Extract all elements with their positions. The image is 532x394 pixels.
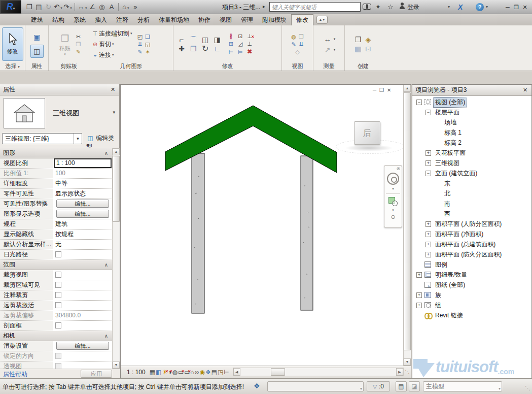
ribbon-tab-0[interactable]: 建筑 [26, 14, 48, 25]
checkbox[interactable] [55, 302, 61, 308]
ribbon-tab-2[interactable]: 系统 [69, 14, 90, 25]
scale-icon[interactable]: ◿ [236, 40, 244, 48]
drawing-area[interactable]: ─❐✕ 后 ⊗ ▾ ▾ ⊖ ▲ ▼ 1 : 100 ▦◧☀◑◍▭▭⌂∞◉❖▤◳⊢… [120, 84, 411, 378]
search-input[interactable] [269, 2, 361, 12]
displace-elements-icon[interactable]: ◳ [218, 369, 223, 376]
checkbox[interactable] [55, 292, 61, 298]
horizontal-scrollbar[interactable]: ◀ ▶ [233, 368, 404, 376]
open-icon[interactable]: ❐ [25, 3, 33, 12]
navbar-collapse-icon[interactable]: ⊖ [391, 214, 395, 220]
create-similar-icon[interactable]: ◈ [363, 35, 373, 44]
tree-item-label[interactable]: 明细表/数量 [434, 270, 469, 280]
minimize-button[interactable]: ─ [503, 3, 512, 12]
edit-button[interactable]: 编辑... [56, 210, 109, 218]
undo-icon[interactable]: ↶ ▾ [54, 3, 62, 12]
scroll-up-icon[interactable]: ▲ [404, 85, 411, 92]
section-header[interactable]: 图形∧ [0, 148, 112, 158]
type-selector-combo[interactable]: 三维视图: {三维} ▾ [2, 133, 82, 144]
collapse-chevron-icon[interactable]: ∧ [104, 331, 108, 341]
thin-lines-icon[interactable]: ⇊ [298, 41, 305, 48]
undo-dropdown-icon[interactable]: ▾ [59, 6, 62, 10]
measure-panel-label[interactable]: 测量 [313, 62, 344, 71]
cope-icon[interactable]: ◰ [136, 33, 144, 41]
redo-icon[interactable]: ↷ ▾ [63, 3, 72, 12]
crop-region-icon[interactable]: ▭ [184, 369, 190, 376]
collapse-chevron-icon[interactable]: ∧ [104, 260, 108, 270]
window-resize-grip[interactable]: ⋱ [525, 385, 530, 391]
tree-item-label[interactable]: 标高 1 [443, 128, 463, 138]
properties-help-link[interactable]: 属性帮助 [3, 370, 27, 379]
text-icon[interactable]: A [107, 3, 116, 12]
trim-extend-multiple-icon[interactable]: ⊨ [236, 48, 244, 56]
reveal-hidden-elements-icon[interactable]: ◉ [199, 369, 204, 376]
move-icon[interactable]: ✚ [176, 44, 187, 53]
collapse-icon[interactable]: − [425, 110, 431, 115]
clipboard-panel-label[interactable]: 剪贴板 [49, 62, 89, 71]
hscroll-thumb[interactable] [271, 368, 285, 376]
sun-path-icon[interactable]: ☀ [162, 369, 167, 376]
browser-close-icon[interactable]: ✕ [521, 86, 529, 94]
worksharing-display-icon[interactable]: ❖ [205, 369, 211, 376]
ribbon-tab-9[interactable]: 管理 [236, 14, 258, 25]
expand-icon[interactable]: + [425, 150, 431, 156]
render-window-icon[interactable]: ❒ [298, 33, 305, 41]
scroll-down-icon[interactable]: ▼ [113, 362, 120, 369]
demolish-hammer-icon[interactable]: ✶ [144, 48, 152, 56]
ribbon-tab-8[interactable]: 视图 [215, 14, 236, 25]
property-value[interactable]: 中等 [53, 179, 112, 188]
application-menu-button[interactable]: R▾ [0, 0, 21, 14]
view-panel-label[interactable]: 视图 [282, 62, 313, 71]
properties-close-icon[interactable]: ✕ [109, 86, 117, 93]
collapse-chevron-icon[interactable]: ∧ [104, 148, 108, 158]
checkbox[interactable] [55, 272, 61, 278]
expand-icon[interactable]: + [416, 292, 422, 298]
type-preview-image[interactable] [4, 98, 45, 128]
paint-icon[interactable]: ✎ [136, 48, 144, 56]
tree-item-label[interactable]: 楼层平面 [434, 108, 461, 117]
measure-dropdown-icon[interactable]: ▾ [84, 6, 87, 10]
properties-palette-title[interactable]: 属性 [0, 84, 119, 95]
collapse-icon[interactable]: − [416, 100, 422, 105]
maximize-button[interactable]: ❐ [512, 3, 521, 12]
ribbon-tab-3[interactable]: 插入 [90, 14, 112, 25]
view-scale-button[interactable]: 1 : 100 [127, 369, 146, 376]
delete-icon[interactable]: ✖ [246, 48, 254, 55]
tree-item-label[interactable]: 面积平面 (净面积) [434, 229, 485, 239]
apply-button[interactable]: 应用 [81, 370, 112, 378]
checkbox[interactable] [55, 322, 61, 329]
cut-geometry-tool[interactable]: ⊘剪切▾ [91, 39, 132, 50]
measure-diagonal-icon[interactable]: ↗ [323, 45, 333, 54]
view-scale-input[interactable]: 1 : 100 [54, 158, 112, 168]
array-icon[interactable]: ⊞ [227, 40, 235, 48]
ribbon-tab-6[interactable]: 体量和场地 [154, 14, 194, 25]
tree-item-label[interactable]: 组 [434, 301, 443, 310]
worksets-status-icon[interactable]: ❖ [254, 382, 260, 390]
ribbon-tab-11[interactable]: 修改 [291, 14, 313, 25]
checkbox[interactable] [55, 282, 61, 288]
split-element-icon[interactable]: ∦ [227, 32, 235, 40]
view-minimize-icon[interactable]: ─ [373, 87, 376, 93]
tree-item-label[interactable]: Revit 链接 [434, 311, 465, 320]
preview-dropdown-icon[interactable]: ▾ [113, 110, 115, 115]
pin-icon[interactable]: ⊥ [246, 40, 254, 48]
signin-dropdown-icon[interactable]: ▾ [448, 3, 450, 12]
scroll-left-icon[interactable]: ◀ [233, 368, 240, 376]
zoom-region-icon[interactable] [388, 197, 398, 206]
visual-style-icon[interactable]: ◧ [156, 369, 161, 376]
more-tools-icon[interactable]: » [131, 3, 139, 12]
section-header[interactable]: 相机∧ [0, 331, 112, 341]
reveal-constraints-icon[interactable]: ⊢ [224, 369, 229, 376]
measure-icon[interactable]: ↔ ▾ [78, 3, 87, 12]
wall-opening-icon[interactable]: ❏ [144, 33, 152, 41]
measure-length-icon[interactable]: ↔ [323, 35, 333, 44]
mirror-pick-axis-icon[interactable]: ◫ [200, 35, 210, 44]
zoom-dropdown-icon[interactable]: ▾ [392, 208, 394, 212]
vertical-scrollbar[interactable]: ▲ ▼ [403, 85, 411, 366]
edit-button[interactable]: 编辑... [56, 342, 109, 350]
shadows-icon[interactable]: ◑ [168, 369, 171, 376]
tree-item-label[interactable]: 图例 [434, 260, 449, 270]
paste-button[interactable]: ❒ 粘贴 ▾ [55, 32, 75, 56]
tree-item-label[interactable]: 面积平面 (人防分区面积) [434, 219, 503, 229]
view-close-icon[interactable]: ✕ [387, 87, 391, 93]
copy-element-icon[interactable]: ❐ [188, 44, 198, 53]
